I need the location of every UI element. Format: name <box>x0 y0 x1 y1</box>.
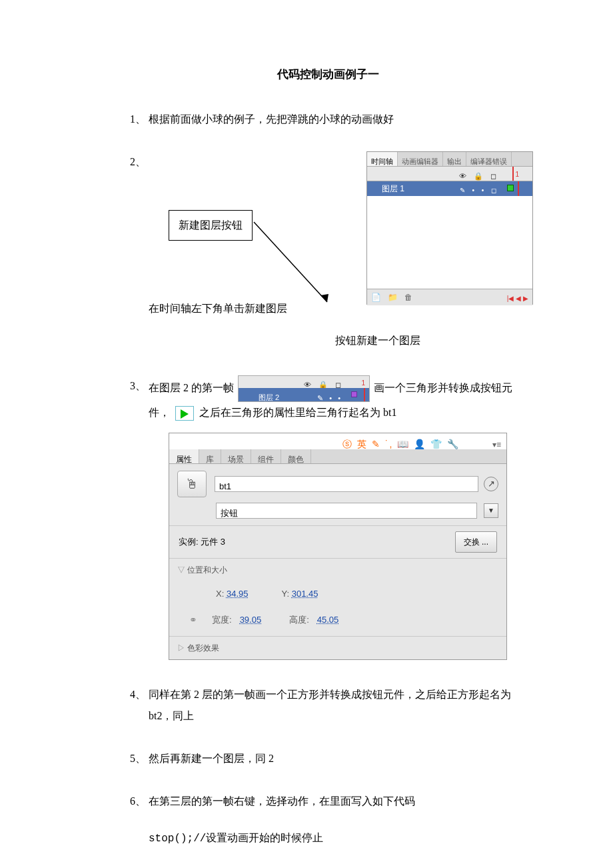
playhead-icon <box>518 181 519 196</box>
callout-new-layer: 新建图层按钮 <box>169 210 253 241</box>
code-line-2: bt1.addEventListener(MouseEvent.Click,f1… <box>149 865 526 868</box>
step-3-num: 3、 <box>130 375 149 397</box>
tab-timeline[interactable]: 时间轴 <box>367 152 398 166</box>
height-label: 高度: <box>289 611 309 629</box>
layer-1-name: 图层 1 <box>367 181 404 197</box>
step-6-text: 在第三层的第一帧右键，选择动作，在里面写入如下代码 <box>149 795 415 807</box>
step-6-num: 6、 <box>130 791 149 812</box>
step-5-num: 5、 <box>130 748 149 769</box>
tab-components[interactable]: 组件 <box>251 449 281 463</box>
step-5-text: 然后再新建一个图层，同 2 <box>149 748 526 769</box>
figure-layer-strip: 👁 🔒 ◻ 1 图层 2 ✎ • • <box>238 375 370 402</box>
section-position-size[interactable]: 位置和大小 <box>169 558 506 581</box>
step-2-body: 新建图层按钮 时间轴 动画编辑器 输出 编译器错误 👁 🔒 ◻ 1 <box>149 151 526 351</box>
x-value[interactable]: 34.95 <box>227 589 249 599</box>
svg-marker-1 <box>320 294 328 302</box>
new-folder-icon[interactable] <box>388 289 398 305</box>
dropdown-icon[interactable]: ▼ <box>484 503 498 518</box>
layer-2-name: 图层 2 <box>259 390 279 405</box>
y-value[interactable]: 301.45 <box>292 589 318 599</box>
playhead-icon[interactable] <box>512 167 514 181</box>
swap-arrow-icon[interactable]: ↗ <box>484 477 498 491</box>
step-4: 4、同样在第 2 层的第一帧画一个正方形并转换成按钮元件，之后给正方形起名为 b… <box>130 684 526 727</box>
symbol-type-select[interactable]: 按钮 <box>216 503 477 519</box>
step-4-text: 同样在第 2 层的第一帧画一个正方形并转换成按钮元件，之后给正方形起名为 bt2… <box>149 684 526 727</box>
step-5: 5、然后再新建一个图层，同 2 <box>130 748 526 769</box>
layer-row-1[interactable]: 图层 1 ✎ • • ◻ <box>367 181 532 196</box>
panel-menu-icon[interactable]: ▾≡ <box>492 437 501 453</box>
new-layer-icon[interactable] <box>371 289 381 305</box>
tab-scene[interactable]: 场景 <box>221 449 251 463</box>
layer-row-2[interactable]: 图层 2 ✎ • • <box>239 388 369 401</box>
figure-properties-panel: ⓢ 英 ✎ ˙, 📖 👤 👕 🔧 ▾≡ 属性 库 场景 组件 颜色 🖱 bt1 <box>169 433 507 660</box>
ime-toolbar: ⓢ 英 ✎ ˙, 📖 👤 👕 🔧 <box>342 435 460 453</box>
symbol-type-icon[interactable]: 🖱 <box>177 471 207 497</box>
page-title: 代码控制动画例子一 <box>130 67 526 82</box>
swap-button[interactable]: 交换 ... <box>455 531 497 553</box>
x-label: X: <box>216 589 224 599</box>
link-wh-icon[interactable]: ⚭ <box>189 611 197 629</box>
tab-properties[interactable]: 属性 <box>169 449 199 463</box>
step-3-text-c: 之后在三角形的属性里给三角行起名为 bt1 <box>199 407 396 418</box>
section-color-effect[interactable]: 色彩效果 <box>169 636 506 659</box>
arrow-to-new-layer-icon <box>249 217 335 310</box>
step-3-body: 在图层 2 的第一帧 👁 🔒 ◻ 1 图层 2 ✎ • • 画一个三角形并转换成… <box>149 375 526 660</box>
tab-output[interactable]: 输出 <box>443 152 466 166</box>
step-6-body: 在第三层的第一帧右键，选择动作，在里面写入如下代码 stop();//设置动画开… <box>149 791 526 868</box>
keyframe-icon[interactable] <box>351 391 357 397</box>
timeline-empty-area <box>367 196 532 289</box>
tab-compiler-errors[interactable]: 编译器错误 <box>466 152 512 166</box>
timeline-scrub-icons: |◀ ◀ ▶ <box>507 292 528 305</box>
width-value[interactable]: 39.05 <box>240 611 262 629</box>
code-line-1: stop();//设置动画开始的时候停止 <box>149 828 526 849</box>
instance-name-input[interactable]: bt1 <box>215 476 478 492</box>
step-1-num: 1、 <box>130 109 149 130</box>
y-label: Y: <box>281 589 289 599</box>
step-2-num: 2、 <box>130 151 149 173</box>
height-value[interactable]: 45.05 <box>317 611 339 629</box>
playhead-icon <box>364 388 365 401</box>
keyframe-icon[interactable] <box>507 185 514 191</box>
step-2: 2、 新建图层按钮 时间轴 动画编辑器 输出 编译器错误 👁 🔒 ◻ <box>130 151 526 351</box>
step-3: 3、 在图层 2 的第一帧 👁 🔒 ◻ 1 图层 2 ✎ • • 画一个三角形并… <box>130 375 526 660</box>
step-1: 1、根据前面做小球的例子，先把弹跳的小球的动画做好 <box>130 109 526 130</box>
delete-layer-icon[interactable] <box>404 289 412 305</box>
tab-motion-editor[interactable]: 动画编辑器 <box>398 152 443 166</box>
figure-timeline-panel: 时间轴 动画编辑器 输出 编译器错误 👁 🔒 ◻ 1 图层 1 ✎ • • ◻ <box>366 151 533 305</box>
step-2-text-after: 按钮新建一个图层 <box>335 335 420 346</box>
width-label: 宽度: <box>212 611 232 629</box>
step-2-text-before: 在时间轴左下角单击新建图层 <box>149 303 287 314</box>
tab-library[interactable]: 库 <box>199 449 221 463</box>
svg-line-0 <box>254 222 327 302</box>
triangle-play-icon <box>175 406 194 421</box>
step-6: 6、 在第三层的第一帧右键，选择动作，在里面写入如下代码 stop();//设置… <box>130 791 526 868</box>
instance-label: 实例: <box>179 537 199 547</box>
layer-1-tools: ✎ • • ◻ <box>460 184 499 197</box>
step-4-num: 4、 <box>130 684 149 705</box>
step-1-text: 根据前面做小球的例子，先把弹跳的小球的动画做好 <box>149 109 526 130</box>
frame-1-label: 1 <box>515 168 519 181</box>
step-3-text-a: 在图层 2 的第一帧 <box>149 382 234 393</box>
instance-value: 元件 3 <box>201 537 225 547</box>
tab-color[interactable]: 颜色 <box>281 449 311 463</box>
layer-2-tools: ✎ • • <box>317 391 342 405</box>
